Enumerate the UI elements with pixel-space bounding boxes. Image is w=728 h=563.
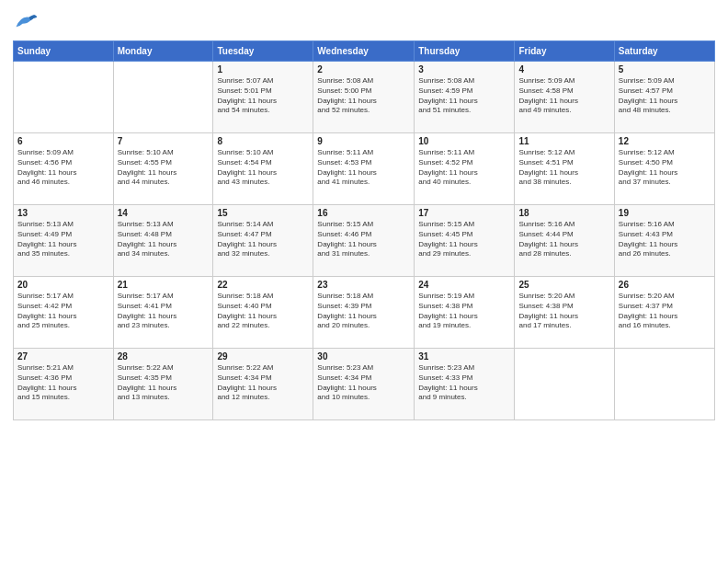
day-number: 19 [619,208,711,218]
day-number: 29 [217,351,309,362]
day-info: Sunrise: 5:07 AM Sunset: 5:01 PM Dayligh… [217,76,309,116]
day-cell: 25Sunrise: 5:20 AM Sunset: 4:38 PM Dayli… [515,277,614,349]
day-cell: 19Sunrise: 5:16 AM Sunset: 4:43 PM Dayli… [614,205,714,277]
day-info: Sunrise: 5:17 AM Sunset: 4:42 PM Dayligh… [17,292,109,331]
day-info: Sunrise: 5:08 AM Sunset: 5:00 PM Dayligh… [317,76,410,116]
day-info: Sunrise: 5:16 AM Sunset: 4:44 PM Dayligh… [518,220,609,259]
day-number: 28 [118,351,210,362]
day-info: Sunrise: 5:17 AM Sunset: 4:41 PM Dayligh… [118,292,210,331]
day-info: Sunrise: 5:15 AM Sunset: 4:46 PM Dayligh… [317,220,410,259]
day-number: 9 [317,136,410,146]
day-cell: 3Sunrise: 5:08 AM Sunset: 4:59 PM Daylig… [415,62,515,133]
day-cell [614,349,714,420]
day-info: Sunrise: 5:08 AM Sunset: 4:59 PM Dayligh… [418,76,510,116]
day-cell: 10Sunrise: 5:11 AM Sunset: 4:52 PM Dayli… [415,133,515,205]
day-number: 18 [518,208,609,218]
day-info: Sunrise: 5:23 AM Sunset: 4:33 PM Dayligh… [418,363,510,403]
header-cell-sunday: Sunday [14,41,114,62]
day-info: Sunrise: 5:11 AM Sunset: 4:52 PM Dayligh… [418,148,510,188]
day-info: Sunrise: 5:14 AM Sunset: 4:47 PM Dayligh… [217,220,309,259]
day-cell: 26Sunrise: 5:20 AM Sunset: 4:37 PM Dayli… [614,277,714,349]
day-number: 21 [118,280,210,290]
day-info: Sunrise: 5:09 AM Sunset: 4:57 PM Dayligh… [619,76,711,116]
day-number: 27 [17,351,109,362]
day-cell: 2Sunrise: 5:08 AM Sunset: 5:00 PM Daylig… [313,62,415,133]
day-cell: 20Sunrise: 5:17 AM Sunset: 4:42 PM Dayli… [14,277,114,349]
day-number: 20 [17,280,109,290]
day-number: 4 [518,64,609,75]
day-cell: 16Sunrise: 5:15 AM Sunset: 4:46 PM Dayli… [313,205,415,277]
day-info: Sunrise: 5:18 AM Sunset: 4:40 PM Dayligh… [217,292,309,331]
day-info: Sunrise: 5:22 AM Sunset: 4:35 PM Dayligh… [118,363,210,403]
day-info: Sunrise: 5:12 AM Sunset: 4:51 PM Dayligh… [518,148,609,188]
day-number: 3 [418,64,510,75]
day-cell: 22Sunrise: 5:18 AM Sunset: 4:40 PM Dayli… [213,277,313,349]
day-number: 8 [217,136,309,146]
day-cell: 6Sunrise: 5:09 AM Sunset: 4:56 PM Daylig… [14,133,114,205]
day-info: Sunrise: 5:10 AM Sunset: 4:55 PM Dayligh… [118,148,210,188]
day-cell: 21Sunrise: 5:17 AM Sunset: 4:41 PM Dayli… [113,277,213,349]
week-row-4: 20Sunrise: 5:17 AM Sunset: 4:42 PM Dayli… [14,277,715,349]
day-info: Sunrise: 5:22 AM Sunset: 4:34 PM Dayligh… [217,363,309,403]
day-info: Sunrise: 5:21 AM Sunset: 4:36 PM Dayligh… [17,363,109,403]
week-row-5: 27Sunrise: 5:21 AM Sunset: 4:36 PM Dayli… [14,349,715,420]
day-number: 11 [518,136,609,146]
header-cell-monday: Monday [113,41,213,62]
header-cell-saturday: Saturday [614,41,714,62]
day-info: Sunrise: 5:23 AM Sunset: 4:34 PM Dayligh… [317,363,410,403]
day-number: 16 [317,208,410,218]
day-number: 1 [217,64,309,75]
header-cell-thursday: Thursday [415,41,515,62]
day-cell: 8Sunrise: 5:10 AM Sunset: 4:54 PM Daylig… [213,133,313,205]
day-cell: 14Sunrise: 5:13 AM Sunset: 4:48 PM Dayli… [113,205,213,277]
week-row-2: 6Sunrise: 5:09 AM Sunset: 4:56 PM Daylig… [14,133,715,205]
week-row-1: 1Sunrise: 5:07 AM Sunset: 5:01 PM Daylig… [14,62,715,133]
day-info: Sunrise: 5:10 AM Sunset: 4:54 PM Dayligh… [217,148,309,188]
week-row-3: 13Sunrise: 5:13 AM Sunset: 4:49 PM Dayli… [14,205,715,277]
day-info: Sunrise: 5:13 AM Sunset: 4:49 PM Dayligh… [17,220,109,259]
day-info: Sunrise: 5:09 AM Sunset: 4:58 PM Dayligh… [518,76,609,116]
day-number: 24 [418,280,510,290]
day-cell: 28Sunrise: 5:22 AM Sunset: 4:35 PM Dayli… [113,349,213,420]
calendar-table: SundayMondayTuesdayWednesdayThursdayFrid… [13,40,715,420]
day-cell: 15Sunrise: 5:14 AM Sunset: 4:47 PM Dayli… [213,205,313,277]
header-cell-wednesday: Wednesday [313,41,415,62]
day-cell: 23Sunrise: 5:18 AM Sunset: 4:39 PM Dayli… [313,277,415,349]
header-row: SundayMondayTuesdayWednesdayThursdayFrid… [14,41,715,62]
day-info: Sunrise: 5:11 AM Sunset: 4:53 PM Dayligh… [317,148,410,188]
day-info: Sunrise: 5:20 AM Sunset: 4:37 PM Dayligh… [619,292,711,331]
header-cell-tuesday: Tuesday [213,41,313,62]
day-number: 17 [418,208,510,218]
day-info: Sunrise: 5:09 AM Sunset: 4:56 PM Dayligh… [17,148,109,188]
day-info: Sunrise: 5:18 AM Sunset: 4:39 PM Dayligh… [317,292,410,331]
day-number: 26 [619,280,711,290]
day-cell: 7Sunrise: 5:10 AM Sunset: 4:55 PM Daylig… [113,133,213,205]
day-cell: 29Sunrise: 5:22 AM Sunset: 4:34 PM Dayli… [213,349,313,420]
day-cell: 1Sunrise: 5:07 AM Sunset: 5:01 PM Daylig… [213,62,313,133]
day-number: 6 [17,136,109,146]
day-cell: 12Sunrise: 5:12 AM Sunset: 4:50 PM Dayli… [614,133,714,205]
day-number: 23 [317,280,410,290]
day-number: 25 [518,280,609,290]
day-cell [515,349,614,420]
day-number: 31 [418,351,510,362]
day-number: 13 [17,208,109,218]
day-cell: 4Sunrise: 5:09 AM Sunset: 4:58 PM Daylig… [515,62,614,133]
day-info: Sunrise: 5:13 AM Sunset: 4:48 PM Dayligh… [118,220,210,259]
day-number: 5 [619,64,711,75]
day-info: Sunrise: 5:16 AM Sunset: 4:43 PM Dayligh… [619,220,711,259]
header-cell-friday: Friday [515,41,614,62]
day-number: 12 [619,136,711,146]
day-info: Sunrise: 5:12 AM Sunset: 4:50 PM Dayligh… [619,148,711,188]
day-cell: 11Sunrise: 5:12 AM Sunset: 4:51 PM Dayli… [515,133,614,205]
day-number: 7 [118,136,210,146]
day-cell: 13Sunrise: 5:13 AM Sunset: 4:49 PM Dayli… [14,205,114,277]
logo-icon [13,9,39,35]
day-number: 2 [317,64,410,75]
day-cell: 17Sunrise: 5:15 AM Sunset: 4:45 PM Dayli… [415,205,515,277]
day-cell: 18Sunrise: 5:16 AM Sunset: 4:44 PM Dayli… [515,205,614,277]
day-info: Sunrise: 5:20 AM Sunset: 4:38 PM Dayligh… [518,292,609,331]
logo [13,9,42,35]
day-cell: 27Sunrise: 5:21 AM Sunset: 4:36 PM Dayli… [14,349,114,420]
page: SundayMondayTuesdayWednesdayThursdayFrid… [0,0,728,563]
